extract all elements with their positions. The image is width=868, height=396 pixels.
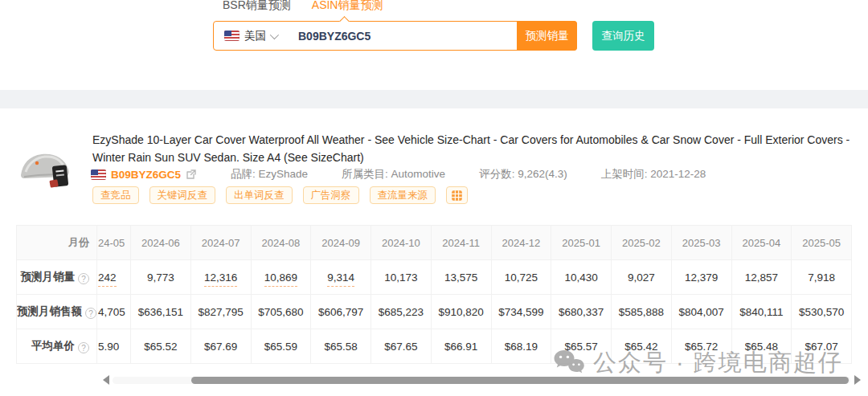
tab-pointer-notch [339, 16, 350, 27]
month-header-cell: 2025-02 [612, 226, 672, 260]
volume-cell[interactable]: 12,316 [190, 260, 251, 295]
volume-cell[interactable]: 9,314 [311, 260, 371, 295]
product-category: 所属类目: Automotive [342, 167, 445, 182]
price-cell: $67.69 [190, 329, 251, 364]
forecast-tabs: BSR销量预测 ASIN销量预测 [223, 0, 383, 12]
month-header-cell: 2024-10 [371, 226, 432, 260]
table-row: 预测月销售额?4,705$636,151$827,795$705,680$606… [17, 295, 852, 329]
volume-cell: 12,857 [731, 260, 792, 295]
volume-cell: 9,773 [131, 260, 191, 295]
revenue-cell: $705,680 [251, 295, 311, 329]
product-rating: 评分数: 9,262(4.3) [479, 167, 567, 182]
horizontal-scrollbar-thumb[interactable] [191, 377, 849, 384]
tab-bsr-forecast[interactable]: BSR销量预测 [223, 0, 291, 12]
volume-cell: 10,173 [371, 260, 432, 295]
price-cell: $65.48 [731, 329, 792, 364]
volume-cell: 12,379 [671, 260, 731, 295]
tab-asin-forecast[interactable]: ASIN销量预测 [312, 0, 383, 12]
price-cell: $68.19 [491, 329, 551, 364]
asin-input[interactable] [276, 30, 517, 43]
price-cell: $65.57 [551, 329, 612, 364]
asin-search-box: 美国 预测销量 [213, 21, 577, 51]
country-select[interactable]: 美国 [214, 29, 276, 43]
product-brand: 品牌: EzyShade [231, 167, 308, 182]
revenue-cell: 4,705 [97, 295, 131, 329]
product-tag[interactable]: 广告洞察 [303, 186, 359, 204]
revenue-cell: $636,151 [131, 295, 191, 329]
page-background-band [0, 90, 868, 108]
price-cell: 5.90 [97, 329, 131, 364]
volume-cell[interactable]: 242 [97, 260, 131, 295]
month-header-cell: 2025-01 [551, 226, 612, 260]
month-header-cell: 2025-04 [731, 226, 792, 260]
revenue-cell: $804,007 [671, 295, 731, 329]
product-tag[interactable]: 关键词反查 [149, 186, 216, 204]
query-history-button[interactable]: 查询历史 [592, 21, 654, 51]
row-label: 预测月销售额? [17, 295, 97, 329]
row-label: 预测月销量? [17, 260, 97, 295]
revenue-cell: $680,337 [551, 295, 612, 329]
volume-cell: 13,575 [431, 260, 491, 295]
volume-cell: 10,430 [551, 260, 612, 295]
help-icon[interactable]: ? [85, 308, 96, 319]
table-header-row: 月份24-052024-062024-072024-082024-092024-… [17, 226, 852, 260]
volume-cell: 10,725 [491, 260, 551, 295]
car-cover-image [18, 137, 72, 191]
row-label: 平均单价? [17, 329, 97, 364]
external-link-icon[interactable] [185, 169, 197, 181]
help-icon[interactable]: ? [78, 342, 89, 353]
product-listed-date: 上架时间: 2021-12-28 [601, 167, 706, 182]
month-header-cell: 2025-03 [671, 226, 731, 260]
product-image[interactable] [18, 137, 72, 191]
volume-cell: 7,918 [792, 260, 852, 295]
month-header-cell: 2024-08 [251, 226, 311, 260]
row-label-month: 月份 [17, 226, 97, 260]
price-cell: $67.65 [371, 329, 432, 364]
product-tag[interactable]: 查竞品 [92, 186, 139, 204]
product-meta-row: B09BYZ6GC5 品牌: EzyShade 所属类目: Automotive… [91, 167, 739, 182]
month-header-cell: 2024-11 [431, 226, 491, 260]
us-flag-icon [91, 169, 106, 180]
asin-group: B09BYZ6GC5 [91, 169, 197, 181]
revenue-cell: $910,820 [431, 295, 491, 329]
revenue-cell: $734,599 [491, 295, 551, 329]
product-tag[interactable]: 查流量来源 [370, 186, 436, 204]
price-cell: $65.58 [311, 329, 371, 364]
us-flag-icon [224, 31, 240, 41]
price-cell: $65.42 [612, 329, 672, 364]
revenue-cell: $840,111 [731, 295, 792, 329]
revenue-cell: $827,795 [190, 295, 251, 329]
volume-cell[interactable]: 10,869 [251, 260, 311, 295]
revenue-cell: $685,223 [371, 295, 432, 329]
month-header-cell: 2025-05 [792, 226, 852, 260]
price-cell: $66.91 [431, 329, 491, 364]
month-header-cell: 2024-07 [190, 226, 251, 260]
table-row: 平均单价?5.90$65.52$67.69$65.59$65.58$67.65$… [17, 329, 852, 364]
help-icon[interactable]: ? [78, 273, 89, 284]
keyword-grid-icon-button[interactable] [446, 186, 468, 204]
revenue-cell: $606,797 [311, 295, 371, 329]
revenue-cell: $530,570 [792, 295, 852, 329]
volume-cell: 9,027 [612, 260, 672, 295]
country-label: 美国 [244, 29, 266, 43]
month-header-cell: 2024-06 [131, 226, 191, 260]
revenue-cell: $585,888 [612, 295, 672, 329]
product-title: EzyShade 10-Layer Car Cover Waterproof A… [92, 131, 854, 166]
price-cell: $65.59 [251, 329, 311, 364]
product-tag[interactable]: 出单词反查 [226, 186, 293, 204]
scroll-right-arrow[interactable] [854, 375, 861, 385]
price-cell: $67.07 [792, 329, 852, 364]
price-cell: $65.72 [671, 329, 731, 364]
scroll-left-arrow[interactable] [103, 375, 109, 385]
price-cell: $65.52 [131, 329, 191, 364]
forecast-table: 月份24-052024-062024-072024-082024-092024-… [16, 225, 852, 364]
product-asin-link[interactable]: B09BYZ6GC5 [111, 169, 181, 181]
search-row: 美国 预测销量 查询历史 [213, 21, 654, 51]
grid-icon [451, 190, 463, 202]
predict-sales-button[interactable]: 预测销量 [517, 21, 577, 51]
product-action-tags: 查竞品关键词反查出单词反查广告洞察查流量来源 [92, 186, 468, 204]
table-row: 预测月销量?2429,77312,31610,8699,31410,17313,… [17, 260, 852, 295]
month-header-cell: 24-05 [97, 226, 131, 260]
month-header-cell: 2024-09 [311, 226, 371, 260]
month-header-cell: 2024-12 [491, 226, 551, 260]
